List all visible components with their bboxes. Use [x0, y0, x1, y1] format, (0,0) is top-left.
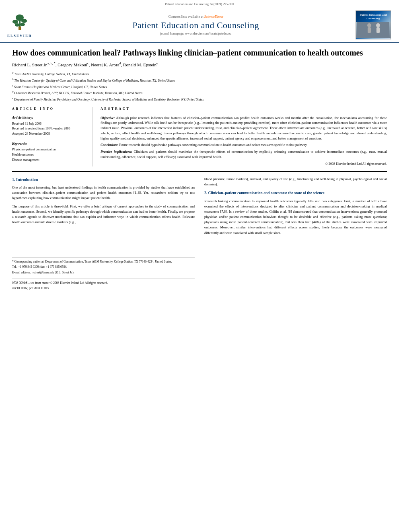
- doi-line: doi:10.1016/j.pec.2008.11.015: [12, 286, 195, 291]
- keyword-2: Health outcomes: [12, 152, 86, 158]
- conclusion-label: Conclusion:: [101, 143, 118, 147]
- svg-point-3: [12, 20, 18, 24]
- sciencedirect-line: Contents lists available at ScienceDirec…: [40, 14, 352, 18]
- svg-point-4: [21, 19, 27, 23]
- conclusion-text: Future research should hypothesize pathw…: [119, 143, 307, 147]
- author2: , Gregory Makoul: [56, 62, 87, 67]
- keyword-1: Physician–patient communication: [12, 147, 86, 152]
- journal-title: Patient Education and Counseling: [40, 20, 352, 31]
- copyright: © 2008 Elsevier Ireland Ltd All rights r…: [101, 162, 387, 166]
- footnote-corresponding: * Corresponding author at: Department of…: [12, 259, 195, 264]
- authors-line: Richard L. Street Jr.a, b, *, Gregory Ma…: [12, 61, 387, 68]
- article-title: How does communication heal? Pathways li…: [12, 47, 387, 58]
- revised-date: Received in revised form 18 November 200…: [12, 126, 86, 131]
- cover-title: Patient Education and Counseling: [356, 12, 391, 22]
- svg-rect-7: [19, 27, 21, 30]
- journal-header-center: Contents lists available at ScienceDirec…: [36, 14, 356, 35]
- keywords-label: Keywords:: [12, 142, 86, 146]
- article-info-col: A R T I C L E I N F O Article history: R…: [12, 107, 93, 166]
- elsevier-text: ELSEVIER: [7, 34, 32, 38]
- objective-label: Objective:: [101, 116, 115, 120]
- section1-para2-right: blood pressure, tumor markers), survival…: [204, 177, 387, 187]
- implications-text: Clinicians and patients should maximize …: [101, 150, 387, 159]
- section1-para2: The purpose of this article is three-fol…: [12, 204, 195, 225]
- accepted-date: Accepted 24 November 2008: [12, 131, 86, 137]
- affil-e: e Department of Family Medicine, Psychia…: [12, 96, 387, 102]
- conclusion-section: Conclusion: Future research should hypot…: [101, 142, 387, 148]
- divider: [12, 171, 387, 172]
- abstract-label: A B S T R A C T: [101, 107, 387, 112]
- abstract-col: A B S T R A C T Objective: Although prio…: [101, 107, 387, 166]
- section1-para1: One of the most interesting, but least u…: [12, 185, 195, 201]
- affiliations: a Texas A&M University, College Station,…: [12, 71, 387, 102]
- elsevier-logo: ELSEVIER: [7, 12, 32, 38]
- article-info-label: A R T I C L E I N F O: [12, 107, 86, 112]
- svg-point-5: [15, 23, 20, 27]
- body-col-left: 1. Introduction One of the most interest…: [12, 177, 195, 291]
- svg-point-11: [376, 23, 380, 27]
- affil-b: b The Houston Center for Quality of Care…: [12, 77, 387, 83]
- section2-para1: Research linking communication to improv…: [204, 199, 387, 236]
- svg-rect-10: [368, 27, 371, 33]
- svg-rect-12: [376, 27, 380, 33]
- email-label: E-mail address:: [12, 271, 31, 274]
- journal-header: ELSEVIER Contents lists available at Sci…: [0, 7, 399, 43]
- affil-a: a Texas A&M University, College Station,…: [12, 71, 387, 77]
- email-value: r-street@tamu.edu (R.L. Street Jr.).: [32, 271, 74, 274]
- footnote-section: * Corresponding author at: Department of…: [12, 257, 195, 275]
- journal-homepage: journal homepage: www.elsevier.com/locat…: [40, 32, 352, 35]
- page-wrapper: Patient Education and Counseling 74 (200…: [0, 0, 399, 532]
- affil-d: d Outcomes Research Branch, ARP, DCCPS, …: [12, 90, 387, 96]
- cover-image: [356, 22, 391, 38]
- abstract-text: Objective: Although prior research indic…: [101, 115, 387, 166]
- section1-heading: 1. Introduction: [12, 177, 195, 183]
- keyword-3: Disease management: [12, 158, 86, 163]
- objective-text: Although prior research indicates that f…: [101, 116, 387, 140]
- implications-label: Practice implications:: [101, 150, 132, 154]
- sciencedirect-link[interactable]: ScienceDirect: [204, 14, 223, 18]
- bottom-bar: 0738-3991/$ – see front matter © 2008 El…: [12, 279, 195, 286]
- history-label: Article history:: [12, 115, 86, 119]
- footnote-email: E-mail address: r-street@tamu.edu (R.L. …: [12, 270, 195, 275]
- svg-point-9: [367, 23, 371, 27]
- article-info-abstract: A R T I C L E I N F O Article history: R…: [12, 107, 387, 166]
- svg-rect-8: [357, 22, 389, 37]
- svg-point-6: [20, 23, 25, 26]
- citation-text: Patient Education and Counseling 74 (200…: [165, 2, 234, 6]
- author4: , Ronald M. Epstein: [121, 62, 156, 67]
- affil-c: c Saint Francis Hospital and Medical Cen…: [12, 84, 387, 90]
- main-content: How does communication heal? Pathways li…: [0, 43, 399, 294]
- implications-section: Practice implications: Clinicians and pa…: [101, 149, 387, 160]
- body-col-right: blood pressure, tumor markers), survival…: [204, 177, 387, 291]
- issn-text: 0738-3991/$ – see front matter © 2008 El…: [12, 281, 108, 286]
- author1-sup: a, b, *: [47, 62, 56, 65]
- citation-bar: Patient Education and Counseling 74 (200…: [0, 0, 399, 7]
- received-date: Received 31 July 2008: [12, 121, 86, 127]
- elsevier-tree-icon: [9, 12, 30, 33]
- author4-sup: e: [156, 62, 158, 65]
- author3: , Neeraj K. Arora: [89, 62, 119, 67]
- body-columns: 1. Introduction One of the most interest…: [12, 177, 387, 291]
- author1: Richard L. Street Jr.: [12, 62, 47, 67]
- journal-cover: Patient Education and Counseling: [356, 10, 392, 39]
- journal-cover-box: Patient Education and Counseling: [356, 10, 391, 39]
- footnote-tel: Tel.: +1 979 845 0209; fax: +1 979 845 6…: [12, 265, 195, 269]
- section2-heading: 2. Clinician–patient communication and o…: [204, 190, 387, 196]
- objective-section: Objective: Although prior research indic…: [101, 115, 387, 141]
